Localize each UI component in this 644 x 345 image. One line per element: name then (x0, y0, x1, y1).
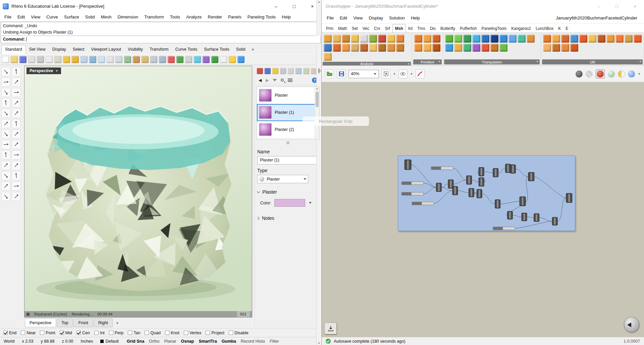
tool-icon[interactable] (1, 78, 10, 87)
tool-icon[interactable] (12, 119, 21, 128)
component-icon[interactable] (518, 35, 526, 43)
component-icon[interactable] (570, 44, 578, 52)
category-tab[interactable]: Pufferfish (458, 24, 479, 33)
group-label[interactable]: Primitive + (413, 59, 442, 64)
save-file-button[interactable] (337, 69, 346, 79)
toolbar-icon[interactable] (98, 56, 105, 63)
selection-tool-button[interactable] (381, 69, 390, 79)
preview-settings-icon[interactable] (608, 70, 615, 78)
tool-icon[interactable] (1, 192, 10, 201)
component-icon[interactable] (432, 35, 440, 43)
category-tab[interactable]: K (556, 24, 563, 33)
close-button[interactable]: × (626, 0, 644, 12)
category-tab[interactable]: Vec (360, 24, 372, 33)
toolbar-icon[interactable] (2, 56, 9, 63)
component-icon[interactable] (527, 35, 535, 43)
filter-icon[interactable] (273, 79, 277, 82)
toolbar-tab[interactable]: Curve Tools (172, 45, 201, 54)
material-list-item[interactable]: Plaster (1) (257, 104, 319, 121)
component-icon[interactable] (387, 35, 395, 43)
group-label[interactable]: Triangulation + (444, 59, 540, 64)
panel-tab-icon[interactable] (272, 68, 278, 74)
grasshopper-titlebar[interactable]: Grasshopper - January6th2020BuchmanFacet… (322, 0, 644, 12)
maximize-button[interactable]: □ (608, 0, 626, 12)
toolbar-icon[interactable] (89, 56, 96, 63)
menu-item[interactable]: Edit (14, 14, 28, 19)
component-icon[interactable] (342, 44, 350, 52)
plaster-section-header[interactable]: Plaster (257, 189, 319, 195)
component-icon[interactable] (579, 35, 587, 43)
menu-item[interactable]: Help (279, 14, 294, 19)
tool-icon[interactable] (1, 171, 10, 180)
chevron-down-icon[interactable]: ▼ (393, 72, 396, 76)
component-icon[interactable] (588, 35, 596, 43)
toolbar-icon[interactable] (63, 56, 70, 63)
tool-icon[interactable] (1, 161, 10, 170)
component-icon[interactable] (463, 35, 471, 43)
node-group[interactable] (398, 155, 575, 231)
back-arrow-icon[interactable]: ◀ (259, 78, 262, 83)
menu-item[interactable]: Solid (82, 14, 98, 19)
category-tab[interactable]: Math (336, 24, 350, 33)
toolbar-icon[interactable] (150, 56, 157, 63)
category-tab[interactable]: E (563, 24, 571, 33)
notes-section-header[interactable]: Notes (257, 215, 319, 221)
material-type-dropdown[interactable]: Plaster (257, 175, 308, 183)
menu-item[interactable]: Tools (167, 14, 183, 19)
component-icon[interactable] (625, 35, 633, 43)
category-tab[interactable]: Prm (324, 24, 336, 33)
toolbar-icon[interactable] (72, 56, 79, 63)
tool-icon[interactable] (1, 140, 10, 149)
component-icon[interactable] (333, 35, 341, 43)
toolbar-tab[interactable]: Viewport Layout (88, 45, 124, 54)
toolbar-icon[interactable] (54, 56, 61, 63)
command-history[interactable]: Command: _UndoUndoing Assign to Objects … (1, 22, 321, 36)
maximize-button[interactable]: □ (285, 0, 303, 12)
zoom-select[interactable]: 40% (348, 70, 379, 78)
component-icon[interactable] (351, 44, 359, 52)
status-toggle[interactable]: Grid Sna (124, 339, 147, 344)
tool-icon[interactable] (12, 150, 21, 159)
component-icon[interactable] (360, 35, 368, 43)
menu-item[interactable]: Transform (141, 14, 167, 19)
component-icon[interactable] (324, 35, 332, 43)
expand-group-icon[interactable]: + (408, 62, 410, 65)
color-dropdown-arrow[interactable] (309, 202, 312, 204)
checkbox[interactable] (109, 331, 113, 335)
tool-icon[interactable] (12, 130, 21, 139)
component-icon[interactable] (543, 35, 551, 43)
component-icon[interactable] (387, 44, 395, 52)
category-tab[interactable]: LunchBox (533, 24, 556, 33)
component-icon[interactable] (552, 44, 560, 52)
component-icon[interactable] (324, 44, 332, 52)
material-list-item[interactable]: Plaster (257, 87, 319, 104)
group-label[interactable]: Util + (542, 59, 643, 64)
checkbox[interactable] (76, 331, 81, 335)
toolbar-icon[interactable] (211, 56, 218, 63)
menu-item[interactable]: Display (366, 15, 386, 20)
status-toggle[interactable]: Gumba (219, 339, 238, 344)
tool-icon[interactable] (12, 88, 21, 97)
canvas-corner-button[interactable] (324, 323, 337, 334)
gear-icon[interactable] (318, 68, 320, 73)
category-tab[interactable]: Srf (382, 24, 392, 33)
checkbox[interactable] (40, 331, 44, 335)
component-icon[interactable] (561, 35, 569, 43)
component-icon[interactable] (570, 35, 578, 43)
toolbar-icon[interactable] (124, 56, 131, 63)
status-toggle[interactable]: Filter (267, 339, 281, 344)
toolbar-tab[interactable]: Set View (26, 45, 49, 54)
component-icon[interactable] (414, 35, 422, 43)
expand-group-icon[interactable]: + (639, 60, 641, 64)
component-icon[interactable] (423, 35, 431, 43)
component-icon[interactable] (369, 35, 377, 43)
component-icon[interactable] (499, 44, 507, 52)
minimize-button[interactable]: – (590, 0, 608, 12)
component-icon[interactable] (552, 35, 560, 43)
group-label[interactable]: Analysis + (323, 62, 411, 65)
canvas-nav-ball[interactable] (624, 317, 639, 332)
menu-item[interactable]: Edit (337, 15, 350, 20)
category-tab[interactable]: Int (406, 24, 415, 33)
command-prompt[interactable]: Command: (1, 36, 321, 43)
toolbar-icon[interactable] (107, 56, 114, 63)
